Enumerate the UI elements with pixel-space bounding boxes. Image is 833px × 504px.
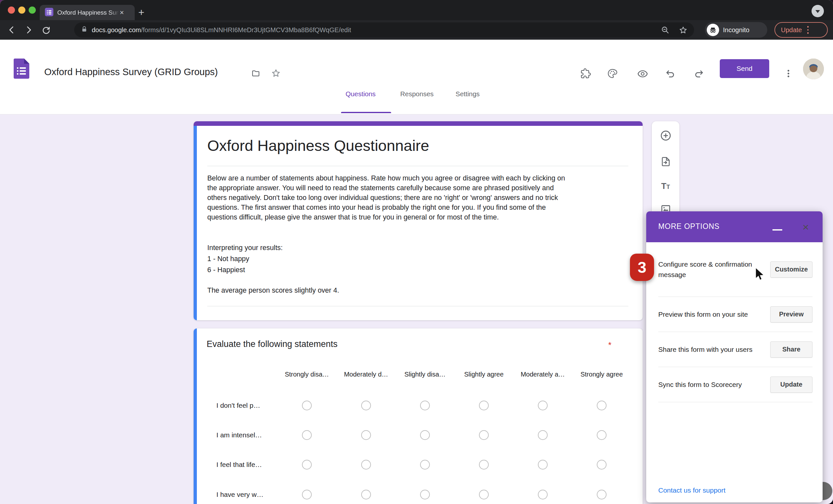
radio-option[interactable] <box>302 460 312 470</box>
update-menu-dots-icon[interactable] <box>807 26 809 34</box>
share-button[interactable]: Share <box>770 342 812 358</box>
divider <box>207 166 628 166</box>
lock-icon <box>81 26 88 34</box>
radio-option[interactable] <box>597 430 606 440</box>
radio-option[interactable] <box>479 460 489 470</box>
avatar[interactable] <box>803 58 824 79</box>
radio-option[interactable] <box>538 460 548 470</box>
divider <box>207 306 628 306</box>
contact-support-link[interactable]: Contact us for support <box>658 486 725 494</box>
grid-row-label: I feel that life… <box>216 453 280 476</box>
radio-option[interactable] <box>597 490 606 500</box>
new-tab-button[interactable]: + <box>138 7 144 18</box>
grid-row-label: I have very w… <box>216 483 280 504</box>
zoom-out-icon[interactable] <box>661 26 670 36</box>
grid-row-label: I don't feel p… <box>216 394 280 417</box>
radio-option[interactable] <box>538 430 548 440</box>
minimize-icon[interactable] <box>772 229 782 230</box>
question-toolbar: TT <box>652 121 680 219</box>
form-title-card[interactable]: Oxford Happiness Questionnaire Below are… <box>194 121 643 320</box>
browser-toolbar: docs.google.com/forms/d/1vyQIu3Ui8SLmNNH… <box>0 20 833 40</box>
radio-option[interactable] <box>479 490 489 500</box>
radio-option[interactable] <box>538 401 548 410</box>
radio-option[interactable] <box>361 430 371 440</box>
form-description[interactable]: Below are a number of statements about h… <box>207 173 572 222</box>
undo-icon[interactable] <box>665 68 675 80</box>
grid-row-label: I am intensel… <box>216 424 280 447</box>
more-kebab-icon[interactable] <box>784 68 793 80</box>
more-options-header[interactable]: MORE OPTIONS × <box>646 211 823 242</box>
tab-settings[interactable]: Settings <box>456 90 480 98</box>
radio-option[interactable] <box>597 401 606 410</box>
star-icon[interactable] <box>271 68 281 79</box>
add-question-icon[interactable] <box>660 130 672 143</box>
grid-column-header: Slightly disa… <box>396 371 454 378</box>
form-editor-canvas: Oxford Happiness Questionnaire Below are… <box>0 115 833 504</box>
radio-option[interactable] <box>361 490 371 500</box>
grid-column-header: Strongly agree <box>573 371 630 378</box>
forward-icon[interactable] <box>24 25 33 36</box>
bookmark-star-icon[interactable] <box>679 26 688 36</box>
addons-puzzle-icon[interactable] <box>580 68 591 80</box>
question-card[interactable]: Evaluate the following statements * Stro… <box>194 328 643 504</box>
radio-option[interactable] <box>302 401 312 410</box>
incognito-label: Incognito <box>723 26 749 34</box>
radio-option[interactable] <box>302 430 312 440</box>
import-questions-icon[interactable] <box>660 156 671 169</box>
url-bar[interactable]: docs.google.com/forms/d/1vyQIu3Ui8SLmNNH… <box>74 22 694 37</box>
back-icon[interactable] <box>7 25 16 36</box>
grid-column-header: Slightly agree <box>455 371 513 378</box>
customize-button[interactable]: Customize <box>770 261 812 278</box>
close-icon[interactable]: × <box>800 221 811 233</box>
tab-title: Oxford Happiness Survey (GRID Groups) <box>57 9 119 16</box>
active-tab-underline <box>341 112 391 113</box>
radio-option[interactable] <box>479 401 489 410</box>
radio-option[interactable] <box>361 401 371 410</box>
tab-responses[interactable]: Responses <box>400 90 434 98</box>
radio-option[interactable] <box>302 490 312 500</box>
move-folder-icon[interactable] <box>251 69 260 79</box>
required-marker: * <box>608 340 612 350</box>
radio-option[interactable] <box>420 460 430 470</box>
radio-option[interactable] <box>538 490 548 500</box>
browser-update-button[interactable]: Update <box>775 22 828 38</box>
window-close-button[interactable] <box>8 6 15 14</box>
forms-logo[interactable] <box>14 58 29 80</box>
window-minimize-button[interactable] <box>18 6 25 14</box>
add-title-icon[interactable]: TT <box>661 182 670 190</box>
grid-row: I don't feel p… <box>194 394 643 417</box>
grid-row: I have very w… <box>194 483 643 504</box>
incognito-badge: Incognito <box>705 22 767 38</box>
theme-palette-icon[interactable] <box>607 68 618 80</box>
card-selected-bar <box>194 126 197 320</box>
radio-option[interactable] <box>420 430 430 440</box>
question-title[interactable]: Evaluate the following statements <box>207 339 337 349</box>
preview-button[interactable]: Preview <box>770 306 812 323</box>
send-button[interactable]: Send <box>720 59 769 78</box>
preview-eye-icon[interactable] <box>637 68 648 81</box>
more-options-title: MORE OPTIONS <box>658 222 720 231</box>
radio-option[interactable] <box>420 490 430 500</box>
close-tab-icon[interactable]: × <box>120 9 124 16</box>
tab-strip: Oxford Happiness Survey (GRID Groups) × … <box>0 0 833 20</box>
form-description-average[interactable]: The average person scores slightly over … <box>207 286 339 295</box>
reload-icon[interactable] <box>42 25 51 36</box>
browser-window: Oxford Happiness Survey (GRID Groups) × … <box>0 0 833 504</box>
mouse-cursor <box>754 267 767 283</box>
tab-search-icon[interactable] <box>811 5 824 17</box>
document-title[interactable]: Oxford Happiness Survey (GRID Groups) <box>44 67 218 77</box>
radio-option[interactable] <box>597 460 606 470</box>
redo-icon[interactable] <box>694 68 704 80</box>
sync-update-button[interactable]: Update <box>770 377 812 393</box>
form-description-interpreting[interactable]: Interpreting your results: 1 - Not happy… <box>207 242 283 275</box>
radio-option[interactable] <box>479 430 489 440</box>
grid-column-header: Moderately a… <box>514 371 571 378</box>
radio-option[interactable] <box>361 460 371 470</box>
browser-tab[interactable]: Oxford Happiness Survey (GRID Groups) × <box>40 5 135 20</box>
forms-favicon-icon <box>45 8 53 18</box>
tab-questions[interactable]: Questions <box>346 90 376 98</box>
form-title[interactable]: Oxford Happiness Questionnaire <box>207 136 429 154</box>
window-zoom-button[interactable] <box>29 6 36 14</box>
radio-option[interactable] <box>420 401 430 410</box>
step-badge: 3 <box>630 254 654 281</box>
